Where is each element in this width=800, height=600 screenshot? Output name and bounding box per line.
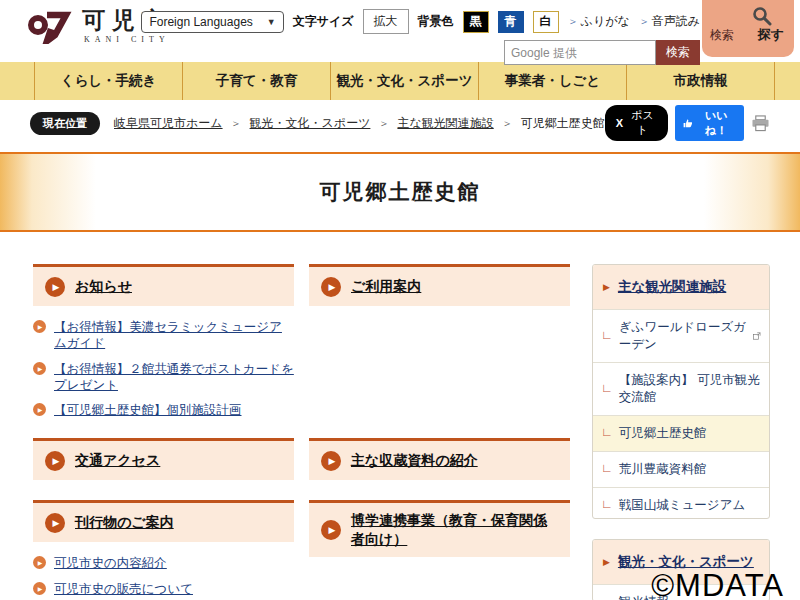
right-arrow-icon: → (601, 595, 613, 600)
sidebar-item-label: 可児郷土歴史館 (619, 425, 707, 442)
nav-item-1[interactable]: くらし・手続き (34, 62, 182, 100)
play-circle-icon: ▶ (321, 451, 341, 471)
breadcrumb-bar: 現在位置 岐阜県可児市ホーム＞観光・文化・スポーツ＞主な観光関連施設＞可児郷土歴… (0, 100, 800, 146)
foreign-languages-select[interactable]: Foreign Languages ▼ (141, 11, 283, 33)
section-title-link[interactable]: 刊行物のご案内 (75, 513, 174, 532)
section-box: ▶お知らせ▶【お得情報】美濃セラミックミュージアムガイド▶【お得情報】２館共通券… (33, 264, 294, 418)
arrow-circle-icon: ▶ (33, 362, 46, 375)
site-search-input[interactable] (504, 40, 656, 65)
facebook-like-button[interactable]: いいね！ (675, 105, 744, 141)
section-header: ▶交通アクセス (33, 438, 294, 480)
section-link[interactable]: 【お得情報】２館共通券でポストカードをプレゼント (54, 361, 294, 394)
sidebar-item[interactable]: ∟【施設案内】 可児市観光交流館 (593, 362, 769, 415)
breadcrumb-link[interactable]: 観光・文化・スポーツ (250, 115, 371, 132)
bg-color-label: 背景色 (418, 13, 454, 30)
list-item: ▶可児市史の販売について (33, 581, 294, 597)
list-item: ▶可児市史の内容紹介 (33, 555, 294, 571)
breadcrumb-link[interactable]: 主な観光関連施設 (397, 115, 493, 132)
nav-item-2[interactable]: 子育て・教育 (182, 62, 330, 100)
x-post-button[interactable]: X ポスト (605, 105, 668, 141)
list-item: ▶【お得情報】２館共通券でポストカードをプレゼント (33, 361, 294, 394)
section-title-link[interactable]: お知らせ (75, 277, 132, 296)
page-title-band: 可児郷土歴史館 (0, 152, 800, 232)
page-title: 可児郷土歴史館 (320, 178, 481, 206)
search-icon (752, 6, 772, 26)
section-title-link[interactable]: 博学連携事業（教育・保育関係者向け） (351, 511, 558, 549)
sidebar-item-label: 戦国山城ミュージアム (619, 497, 745, 514)
play-circle-icon: ▶ (45, 277, 65, 297)
top-bar: 可児市 KANI CITY Foreign Languages ▼ 文字サイズ … (0, 0, 800, 62)
breadcrumb-link[interactable]: 岐阜県可児市ホーム (114, 115, 223, 132)
section-title-link[interactable]: 交通アクセス (75, 451, 160, 470)
elbow-arrow-icon: ∟ (601, 329, 613, 341)
list-item: ▶【可児郷土歴史館】個別施設計画 (33, 402, 294, 418)
header-controls: Foreign Languages ▼ 文字サイズ 拡大 背景色 黒 青 白 ＞… (141, 9, 700, 65)
sidebar-item-label: 荒川豊蔵資料館 (619, 461, 707, 478)
arrow-circle-icon: ▶ (33, 403, 46, 416)
global-nav: くらし・手続き子育て・教育観光・文化・スポーツ事業者・しごと市政情報 (0, 62, 800, 100)
arrow-circle-icon: ▶ (33, 320, 46, 333)
voice-reading-link[interactable]: ＞音声読み (639, 13, 700, 30)
thumbs-up-icon (683, 118, 693, 129)
triangle-right-icon: ▶ (603, 282, 610, 292)
sidebar-item-current[interactable]: ∟可児郷土歴史館 (593, 415, 769, 451)
breadcrumb-separator: ＞ (502, 116, 513, 131)
sidebar-item[interactable]: ∟ぎふワールドローズガーデン (593, 309, 769, 362)
play-circle-icon: ▶ (321, 520, 341, 540)
breadcrumb-current-page: 可児郷土歴史館 (521, 115, 605, 132)
furigana-link[interactable]: ＞ふりがな (568, 13, 630, 30)
sidebar-item[interactable]: ∟戦国山城ミュージアム (593, 487, 769, 519)
sidebar-item-label: ぎふワールドローズガーデン (619, 319, 747, 353)
kani-city-logo-icon (28, 8, 72, 44)
play-circle-icon: ▶ (321, 277, 341, 297)
sidebar: ▶ 主な観光関連施設 ∟ぎふワールドローズガーデン∟【施設案内】 可児市観光交流… (592, 264, 770, 600)
panel-search-label: 検索 (710, 27, 734, 44)
printer-icon (751, 115, 770, 132)
sidebar-facilities-box: ▶ 主な観光関連施設 ∟ぎふワールドローズガーデン∟【施設案内】 可児市観光交流… (592, 264, 770, 519)
elbow-arrow-icon: ∟ (601, 426, 613, 438)
x-logo-icon: X (616, 117, 623, 129)
current-position-badge: 現在位置 (30, 112, 100, 135)
section-box: ▶博学連携事業（教育・保育関係者向け） (309, 500, 570, 600)
search-submit-button[interactable]: 検索 (656, 40, 700, 65)
section-title-link[interactable]: ご利用案内 (351, 277, 421, 296)
arrow-circle-icon: ▶ (33, 556, 46, 569)
breadcrumb-separator: ＞ (231, 116, 242, 131)
section-link[interactable]: 可児市史の販売について (54, 581, 193, 597)
find-label: 探す (758, 26, 784, 44)
section-header: ▶主な収蔵資料の紹介 (309, 438, 570, 480)
sidebar-facilities-header[interactable]: ▶ 主な観光関連施設 (593, 265, 769, 309)
content-area: ▶お知らせ▶【お得情報】美濃セラミックミュージアムガイド▶【お得情報】２館共通券… (0, 232, 800, 600)
section-link-list: ▶【お得情報】美濃セラミックミュージアムガイド▶【お得情報】２館共通券でポストカ… (33, 319, 294, 418)
section-link[interactable]: 【可児郷土歴史館】個別施設計画 (54, 402, 242, 418)
breadcrumb: 岐阜県可児市ホーム＞観光・文化・スポーツ＞主な観光関連施設＞可児郷土歴史館 (114, 115, 605, 132)
sidebar-item-label: 【施設案内】 可児市観光交流館 (619, 372, 761, 406)
nav-item-3[interactable]: 観光・文化・スポーツ (330, 62, 478, 100)
section-header: ▶刊行物のご案内 (33, 500, 294, 542)
sidebar-item[interactable]: ∟荒川豊蔵資料館 (593, 451, 769, 487)
section-header: ▶ご利用案内 (309, 264, 570, 306)
elbow-arrow-icon: ∟ (601, 462, 613, 474)
play-circle-icon: ▶ (45, 451, 65, 471)
section-link[interactable]: 【お得情報】美濃セラミックミュージアムガイド (54, 319, 294, 352)
watermark: ©MDATA (651, 568, 784, 600)
nav-item-5[interactable]: 市政情報 (626, 62, 775, 100)
list-item: ▶【お得情報】美濃セラミックミュージアムガイド (33, 319, 294, 352)
section-box: ▶刊行物のご案内▶可児市史の内容紹介▶可児市史の販売について▶可児郷土歴史館だよ… (33, 500, 294, 600)
sidebar-facilities-title[interactable]: 主な観光関連施設 (618, 278, 726, 296)
enlarge-text-button[interactable]: 拡大 (363, 9, 409, 34)
section-title-link[interactable]: 主な収蔵資料の紹介 (351, 451, 478, 470)
font-size-label: 文字サイズ (293, 13, 354, 30)
chevron-down-icon: ▼ (267, 17, 276, 27)
print-button[interactable] (751, 115, 770, 132)
find-panel[interactable]: 検索 探す (702, 0, 794, 57)
breadcrumb-separator: ＞ (378, 116, 389, 131)
elbow-arrow-icon: ∟ (601, 382, 613, 394)
nav-item-4[interactable]: 事業者・しごと (478, 62, 626, 100)
section-header: ▶博学連携事業（教育・保育関係者向け） (309, 500, 570, 557)
section-link[interactable]: 可児市史の内容紹介 (54, 555, 167, 571)
bg-white-button[interactable]: 白 (533, 11, 559, 33)
section-box: ▶ご利用案内 (309, 264, 570, 418)
bg-black-button[interactable]: 黒 (463, 11, 489, 33)
bg-blue-button[interactable]: 青 (498, 11, 524, 33)
